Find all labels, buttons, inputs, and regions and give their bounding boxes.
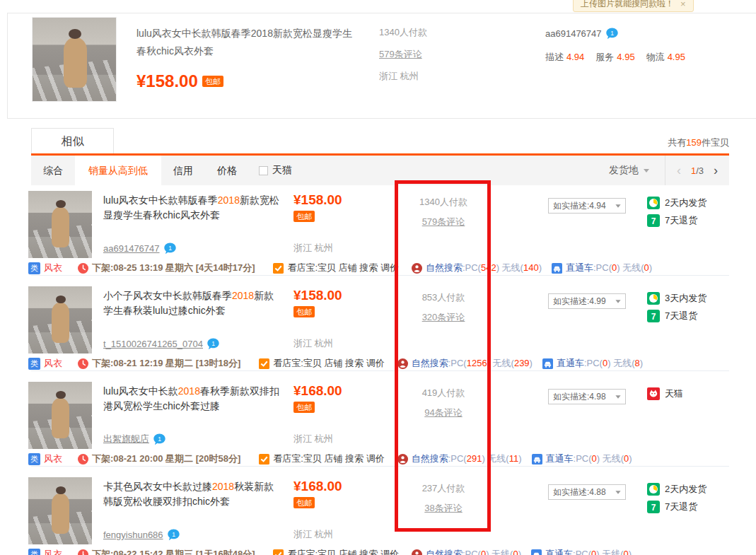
item-title[interactable]: 小个子风衣女中长款韩版春季2018新款学生春秋装lulu过膝chic外套 — [103, 288, 284, 318]
rating-service: 服务4.95 — [595, 51, 634, 64]
ship-clock-icon — [647, 197, 660, 209]
rating-select[interactable]: 如实描述:4.99 — [548, 293, 626, 309]
item-reviews-link[interactable]: 320条评论 — [422, 311, 465, 324]
location-text: 浙江 杭州 — [379, 70, 427, 83]
service-badges: 2天内发货 7 7天退货 — [647, 191, 729, 258]
item-thumbnail[interactable] — [28, 382, 92, 449]
chevron-down-icon — [615, 300, 620, 303]
category-name[interactable]: 风衣 — [44, 262, 62, 274]
kandianbao-links[interactable]: 看店宝:宝贝 店铺 搜索 调价 — [287, 548, 398, 555]
item-payments: 237人付款 — [396, 482, 491, 495]
organic-search-stats: 自然搜索:PC(542) 无线(140) — [426, 262, 542, 274]
item-location: 浙江 杭州 — [293, 337, 396, 350]
kandianbao-links[interactable]: 看店宝:宝贝 店铺 搜索 调价 — [287, 262, 398, 274]
ship-from-dropdown[interactable]: 发货地 — [593, 164, 665, 177]
item-title[interactable]: lulu风衣女中长款2018春秋季新款双排扣港风宽松学生chic外套过膝 — [103, 384, 284, 414]
wangwang-icon[interactable]: 1 — [606, 28, 618, 40]
kandianbao-check-icon — [259, 358, 269, 369]
tooltip-text: 上传图片就能搜同款啦！ — [581, 0, 674, 10]
wangwang-icon[interactable]: 1 — [164, 243, 176, 255]
category-tag-icon: 类 — [28, 262, 40, 274]
item-seller-link[interactable]: t_1510026741265_0704 — [103, 339, 203, 349]
filter-bar: 综合 销量从高到低 信用 价格 天猫 发货地 ‹ 1/3 › — [31, 156, 729, 185]
organic-search-stats: 自然搜索:PC(1256) 无线(239) — [412, 357, 533, 370]
item-reviews-link[interactable]: 94条评论 — [424, 407, 462, 419]
item-payments: 419人付款 — [396, 387, 491, 399]
item-reviews-link[interactable]: 38条评论 — [424, 502, 462, 515]
upload-image-tooltip: 上传图片就能搜同款啦！ × — [573, 0, 694, 12]
item-location: 浙江 杭州 — [293, 433, 396, 445]
kandianbao-links[interactable]: 看店宝:宝贝 店铺 搜索 调价 — [273, 357, 384, 370]
item-seller-link[interactable]: aa691476747 — [103, 243, 160, 254]
item-thumbnail[interactable] — [28, 477, 92, 544]
item-title[interactable]: 卡其色风衣女中长款过膝2018秋装新款韩版宽松收腰双排扣chic外套 — [103, 479, 284, 509]
close-icon[interactable]: × — [680, 0, 686, 9]
tmall-badge: 天猫 — [647, 387, 729, 400]
wangwang-icon[interactable]: 1 — [207, 338, 219, 350]
ztc-stats: 直通车:PC(0) 无线(8) — [557, 357, 643, 370]
kandianbao-check-icon — [273, 263, 284, 274]
item-seller-link[interactable]: 出絮旗舰店 — [103, 433, 149, 445]
item-price: ¥158.00 — [293, 288, 396, 303]
svg-text:7: 7 — [651, 503, 656, 513]
tmall-filter-checkbox[interactable]: 天猫 — [259, 156, 292, 185]
offshelf-countdown: 下架:08-22 15:42 星期三 [1天16时48分] — [92, 548, 255, 555]
rating-select[interactable]: 如实描述:4.88 — [548, 484, 626, 500]
return-badge: 7 7天退货 — [647, 214, 729, 227]
total-items-text: 共有159件宝贝 — [668, 136, 729, 149]
category-name[interactable]: 风衣 — [44, 357, 62, 370]
svg-text:7: 7 — [651, 216, 656, 226]
category-name[interactable]: 风衣 — [44, 548, 62, 555]
ztc-stats: 直通车:PC(0) 无线(0) — [545, 548, 632, 555]
clock-icon — [78, 549, 88, 555]
item-thumbnail[interactable] — [28, 286, 92, 354]
svg-text:1: 1 — [158, 435, 161, 442]
rating-select[interactable]: 如实描述:4.98 — [548, 389, 626, 404]
kandianbao-check-icon — [259, 454, 269, 465]
tab-similar[interactable]: 相似 — [31, 128, 114, 153]
seven-day-icon: 7 — [647, 310, 660, 322]
return-badge: 7 7天退货 — [647, 501, 729, 513]
category-tag-icon: 类 — [28, 549, 40, 555]
free-shipping-badge: 包邮 — [293, 497, 315, 508]
sort-credit[interactable]: 信用 — [161, 156, 205, 185]
wangwang-icon[interactable]: 1 — [153, 433, 165, 445]
prev-page-button[interactable]: ‹ — [677, 163, 681, 178]
free-shipping-badge: 包邮 — [293, 306, 315, 317]
sort-sales-desc[interactable]: 销量从高到低 — [75, 156, 161, 185]
free-shipping-badge: 包邮 — [293, 402, 315, 413]
organic-search-icon — [412, 549, 422, 555]
organic-search-stats: 自然搜索:PC(0) 无线(0) — [426, 548, 521, 555]
category-name[interactable]: 风衣 — [44, 452, 62, 465]
rating-desc: 描述4.94 — [545, 51, 584, 64]
express-train-car-icon — [552, 263, 562, 274]
product-thumbnail[interactable] — [32, 17, 117, 102]
chevron-down-icon — [615, 491, 620, 494]
item-title[interactable]: lulu风衣女中长款韩版春季2018新款宽松显瘦学生春秋chic风衣外套 — [103, 193, 284, 223]
organic-search-icon — [397, 454, 408, 465]
payments-count: 1340人付款 — [379, 26, 427, 39]
organic-search-icon — [397, 358, 408, 369]
item-reviews-link[interactable]: 579条评论 — [422, 216, 465, 228]
wangwang-icon[interactable]: 1 — [168, 529, 180, 541]
return-badge: 7 7天退货 — [647, 310, 729, 322]
seller-name[interactable]: aa691476747 — [545, 28, 602, 39]
sort-default[interactable]: 综合 — [31, 156, 75, 185]
product-title[interactable]: lulu风衣女中长款韩版春季2018新款宽松显瘦学生春秋chic风衣外套 — [136, 25, 361, 60]
next-page-button[interactable]: › — [714, 163, 718, 178]
item-thumbnail[interactable] — [28, 191, 92, 258]
svg-text:1: 1 — [168, 245, 172, 252]
sort-price[interactable]: 价格 — [205, 156, 249, 185]
reviews-link[interactable]: 579条评论 — [379, 48, 427, 61]
item-price: ¥168.00 — [293, 383, 396, 399]
item-location: 浙江 杭州 — [293, 528, 396, 541]
kandianbao-links[interactable]: 看店宝:宝贝 店铺 搜索 调价 — [273, 452, 384, 465]
chevron-down-icon — [615, 395, 620, 399]
checkbox-icon[interactable] — [259, 166, 268, 175]
svg-text:1: 1 — [172, 531, 175, 538]
table-row: 卡其色风衣女中长款过膝2018秋装新款韩版宽松收腰双排扣chic外套 fengy… — [28, 472, 729, 555]
item-seller-link[interactable]: fengyishun686 — [103, 530, 163, 540]
rating-select[interactable]: 如实描述:4.94 — [548, 198, 626, 214]
results-list: lulu风衣女中长款韩版春季2018新款宽松显瘦学生春秋chic风衣外套 aa6… — [28, 185, 729, 555]
free-shipping-badge: 包邮 — [293, 211, 315, 222]
